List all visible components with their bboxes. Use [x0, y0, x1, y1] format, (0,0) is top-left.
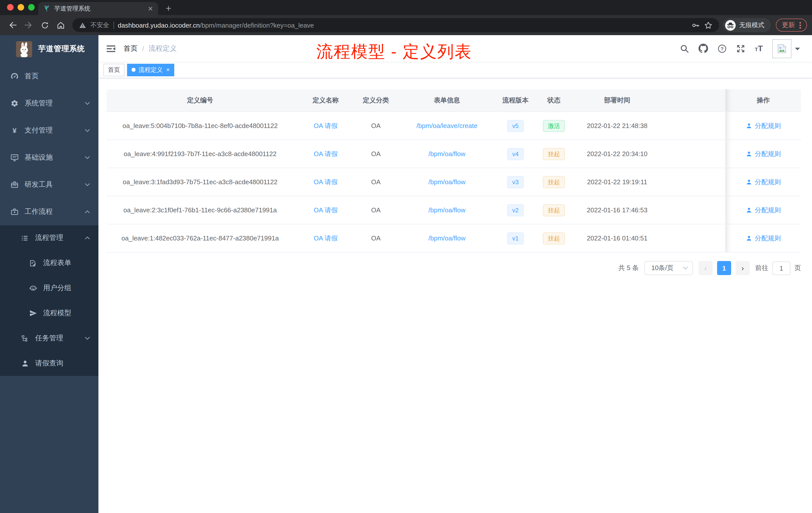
font-size-icon[interactable]: TT [755, 44, 763, 53]
chevron-down-icon [84, 155, 90, 161]
app-title: 芋道管理系统 [38, 44, 85, 54]
help-icon[interactable]: ? [718, 44, 727, 53]
key-icon[interactable] [692, 21, 700, 29]
browser-update-button[interactable]: 更新 [776, 19, 807, 32]
sidebar-item-system-management[interactable]: 系统管理 [0, 90, 98, 117]
chevron-down-icon [84, 182, 90, 188]
next-page-button[interactable]: › [736, 261, 750, 275]
cell-form-info: /bpm/oa/leave/create [394, 112, 500, 140]
definition-name-link[interactable]: OA 请假 [314, 177, 338, 186]
forward-icon[interactable] [21, 21, 36, 30]
active-dot-icon [132, 68, 136, 72]
search-icon[interactable] [680, 44, 689, 53]
tab-close-icon[interactable]: ✕ [148, 5, 153, 12]
github-icon[interactable] [698, 44, 708, 53]
sidebar-item-user-group[interactable]: 用户分组 [0, 276, 98, 301]
zoom-window-button[interactable] [28, 4, 35, 10]
assign-rule-link[interactable]: 分配规则 [746, 121, 781, 130]
close-window-button[interactable] [7, 4, 13, 10]
cell-definition-name: OA 请假 [294, 224, 357, 252]
definition-name-link[interactable]: OA 请假 [314, 121, 338, 130]
definition-name-link[interactable]: OA 请假 [314, 234, 338, 243]
sidebar-item-label: 支付管理 [25, 126, 53, 135]
page-size-select[interactable]: 10条/页 [644, 261, 693, 275]
browser-menu-icon[interactable] [800, 22, 801, 28]
form-link[interactable]: /bpm/oa/flow [428, 234, 465, 242]
address-bar[interactable]: 不安全 dashboard.yudao.iocoder.cn/bpm/manag… [72, 18, 719, 32]
cell-version: v3 [500, 168, 531, 196]
bookmark-star-icon[interactable] [704, 21, 713, 29]
minimize-window-button[interactable] [18, 4, 24, 10]
cell-form-info: /bpm/oa/flow [394, 224, 500, 252]
page-1-button[interactable]: 1 [717, 261, 731, 275]
form-link[interactable]: /bpm/oa/flow [428, 178, 465, 186]
toolbox-icon [10, 181, 19, 189]
new-tab-button[interactable]: + [166, 3, 171, 13]
form-link[interactable]: /bpm/oa/flow [428, 206, 465, 214]
breadcrumb-home[interactable]: 首页 [123, 44, 138, 53]
assign-rule-label: 分配规则 [755, 121, 781, 130]
chevron-up-icon [84, 235, 90, 241]
app-logo[interactable]: 芋道管理系统 [0, 35, 98, 63]
sidebar-item-payment-management[interactable]: ¥支付管理 [0, 117, 98, 144]
form-link[interactable]: /bpm/oa/leave/create [416, 122, 477, 129]
sidebar-item-process-model[interactable]: 流程模型 [0, 301, 98, 326]
reload-icon[interactable] [37, 21, 52, 29]
cell-version: v2 [500, 196, 531, 224]
tag-close-icon[interactable]: × [166, 66, 170, 73]
assign-rule-label: 分配规则 [755, 149, 781, 158]
gear-icon [10, 99, 19, 108]
goto-page-input[interactable] [772, 261, 790, 275]
cell-category: OA [357, 140, 394, 168]
assign-rule-link[interactable]: 分配规则 [746, 177, 781, 186]
form-link[interactable]: /bpm/oa/flow [428, 150, 465, 158]
user-menu[interactable] [772, 39, 800, 58]
chevron-down-icon [84, 335, 90, 341]
tag-process-definition[interactable]: 流程定义 × [127, 63, 174, 76]
home-icon[interactable] [53, 21, 68, 30]
assign-rule-link[interactable]: 分配规则 [746, 149, 781, 158]
sidebar-item-dev-tools[interactable]: 研发工具 [0, 171, 98, 198]
breadcrumb-current: 流程定义 [149, 44, 177, 53]
sidebar-item-workflow[interactable]: 工作流程 [0, 198, 98, 225]
cell-definition-id: oa_leave:1:482ec033-762a-11ec-8477-a2380… [107, 224, 294, 252]
back-icon[interactable] [5, 21, 20, 30]
navbar-actions: ? TT [680, 39, 812, 58]
browser-toolbar: 不安全 dashboard.yudao.iocoder.cn/bpm/manag… [0, 15, 812, 35]
incognito-icon [725, 20, 736, 30]
cell-actions: 分配规则 [725, 140, 801, 168]
cell-deploy-time: 2022-01-16 17:46:53 [577, 196, 658, 224]
sidebar-item-home[interactable]: 首页 [0, 63, 98, 90]
table-row: oa_leave:4:991f2193-7b7f-11ec-a3c8-acde4… [107, 140, 801, 168]
goto-label: 前往 [755, 264, 768, 273]
table-gap [658, 89, 725, 112]
definition-name-link[interactable]: OA 请假 [314, 149, 338, 158]
sidebar-item-infrastructure[interactable]: 基础设施 [0, 144, 98, 171]
sidebar-item-process-management[interactable]: 流程管理 [0, 225, 98, 250]
cell-category: OA [357, 196, 394, 224]
table-body: oa_leave:5:004b710b-7b8a-11ec-8ef0-acde4… [107, 112, 801, 252]
browser-tab[interactable]: 芋道管理系统 ✕ [38, 2, 158, 15]
robot-icon [29, 284, 37, 292]
cell-version: v1 [500, 224, 531, 252]
svg-text:¥: ¥ [12, 126, 16, 134]
avatar[interactable] [772, 39, 791, 58]
cell-deploy-time: 2022-01-16 01:40:51 [577, 224, 658, 252]
sidebar-toggle-icon[interactable] [98, 43, 123, 54]
version-badge: v1 [507, 232, 523, 244]
sidebar-item-leave-query[interactable]: 请假查询 [0, 351, 98, 376]
column-header: 表单信息 [394, 89, 500, 112]
cell-deploy-time: 2022-01-22 19:19:11 [577, 168, 658, 196]
assign-rule-link[interactable]: 分配规则 [746, 234, 781, 243]
assign-rule-link[interactable]: 分配规则 [746, 206, 781, 215]
dashboard-icon [10, 72, 19, 80]
sidebar-item-process-form[interactable]: 流程表单 [0, 250, 98, 276]
tag-home[interactable]: 首页 [104, 63, 124, 76]
cell-definition-name: OA 请假 [294, 168, 357, 196]
prev-page-button[interactable]: ‹ [698, 261, 713, 275]
chevron-up-icon [84, 209, 90, 215]
fullscreen-icon[interactable] [736, 44, 745, 53]
security-warning-icon[interactable] [79, 21, 86, 29]
sidebar-item-task-management[interactable]: 任务管理 [0, 326, 98, 351]
definition-name-link[interactable]: OA 请假 [314, 206, 338, 215]
